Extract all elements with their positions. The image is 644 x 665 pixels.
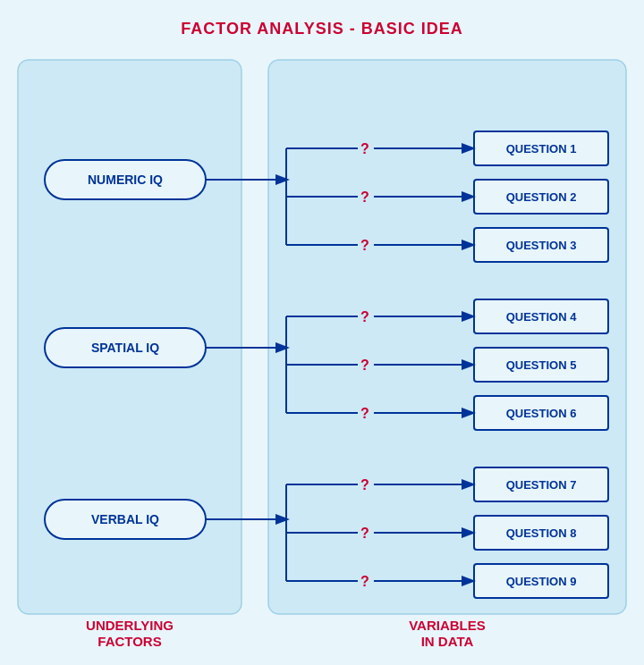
svg-text:NUMERIC IQ: NUMERIC IQ bbox=[88, 173, 163, 187]
svg-text:QUESTION 1: QUESTION 1 bbox=[506, 142, 577, 156]
svg-text:?: ? bbox=[360, 477, 369, 492]
page-title: FACTOR ANALYSIS - BASIC IDEA bbox=[181, 20, 462, 38]
svg-text:UNDERLYING: UNDERLYING bbox=[86, 618, 174, 633]
diagram: NUMERIC IQ SPATIAL IQ VERBAL IQ QUESTION… bbox=[9, 51, 635, 659]
svg-text:QUESTION 3: QUESTION 3 bbox=[506, 239, 577, 252]
svg-text:QUESTION 9: QUESTION 9 bbox=[506, 575, 577, 588]
svg-text:?: ? bbox=[360, 358, 369, 373]
svg-text:QUESTION 7: QUESTION 7 bbox=[506, 478, 577, 492]
svg-text:?: ? bbox=[360, 189, 369, 205]
svg-text:FACTORS: FACTORS bbox=[97, 634, 161, 649]
svg-text:IN DATA: IN DATA bbox=[421, 634, 474, 649]
svg-text:QUESTION 2: QUESTION 2 bbox=[506, 190, 577, 204]
svg-text:SPATIAL IQ: SPATIAL IQ bbox=[91, 341, 159, 355]
svg-text:QUESTION 5: QUESTION 5 bbox=[506, 358, 577, 372]
svg-text:?: ? bbox=[360, 574, 369, 589]
svg-text:QUESTION 6: QUESTION 6 bbox=[506, 407, 577, 420]
svg-text:QUESTION 8: QUESTION 8 bbox=[506, 526, 577, 540]
svg-text:QUESTION 4: QUESTION 4 bbox=[506, 310, 578, 324]
svg-text:VERBAL IQ: VERBAL IQ bbox=[91, 512, 159, 526]
svg-text:?: ? bbox=[360, 406, 369, 421]
svg-text:VARIABLES: VARIABLES bbox=[409, 618, 486, 633]
svg-text:?: ? bbox=[360, 141, 369, 156]
svg-text:?: ? bbox=[360, 238, 369, 253]
svg-text:?: ? bbox=[360, 309, 369, 324]
svg-text:?: ? bbox=[360, 526, 369, 541]
